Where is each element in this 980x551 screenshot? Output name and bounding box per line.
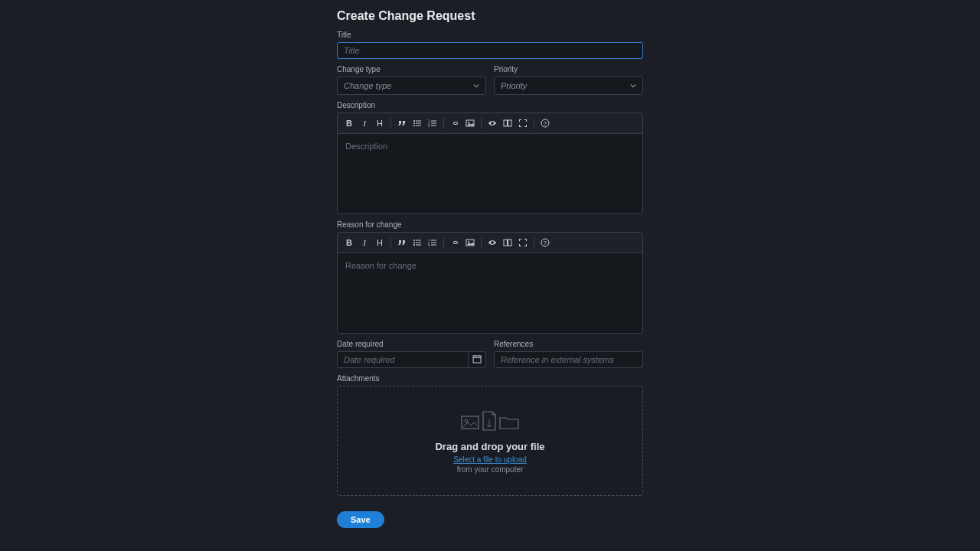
svg-rect-5 (416, 126, 421, 126)
dropzone-icons (460, 409, 520, 433)
svg-rect-29 (431, 245, 436, 246)
title-field: Title (337, 31, 643, 59)
separator (390, 237, 391, 248)
separator (534, 237, 534, 248)
svg-rect-25 (431, 240, 436, 241)
calendar-button[interactable] (468, 351, 486, 368)
title-input[interactable] (337, 42, 643, 59)
reason-toolbar: B I H 123 ? (338, 233, 642, 253)
unordered-list-button[interactable] (410, 116, 424, 130)
change-type-select[interactable]: Change type (337, 77, 486, 95)
help-button[interactable]: ? (538, 116, 552, 130)
italic-button[interactable]: I (358, 116, 371, 130)
priority-placeholder: Priority (501, 81, 527, 90)
fullscreen-button[interactable] (516, 116, 530, 130)
svg-rect-3 (416, 123, 421, 124)
change-type-field: Change type Change type (337, 65, 486, 95)
references-label: References (494, 340, 643, 348)
title-label: Title (337, 31, 643, 39)
priority-field: Priority Priority (494, 65, 643, 95)
svg-rect-11 (431, 126, 436, 126)
description-field: Description B I H 123 ? Description (337, 101, 643, 214)
description-editor: B I H 123 ? Description (337, 112, 643, 214)
dropzone-subtext: from your computer (457, 465, 524, 474)
svg-point-18 (413, 240, 415, 241)
chevron-down-icon (473, 83, 479, 89)
separator (443, 237, 444, 248)
svg-rect-9 (431, 123, 436, 124)
svg-rect-27 (431, 243, 436, 243)
reason-editor: B I H 123 ? Reason for change (337, 232, 643, 334)
ordered-list-button[interactable]: 123 (426, 236, 439, 249)
svg-rect-7 (431, 121, 436, 122)
svg-point-13 (468, 122, 469, 123)
references-input[interactable] (494, 351, 643, 368)
image-button[interactable] (463, 116, 477, 130)
bold-button[interactable]: B (342, 116, 356, 130)
svg-point-22 (413, 244, 415, 246)
heading-button[interactable]: H (373, 236, 387, 249)
bold-button[interactable]: B (342, 236, 356, 249)
priority-label: Priority (494, 65, 643, 73)
side-by-side-button[interactable] (501, 116, 514, 130)
svg-rect-23 (416, 245, 421, 246)
svg-rect-19 (416, 240, 421, 241)
image-button[interactable] (463, 236, 477, 249)
svg-point-2 (413, 122, 415, 124)
svg-point-41 (465, 419, 468, 422)
link-button[interactable] (448, 116, 462, 130)
separator (443, 118, 444, 129)
heading-button[interactable]: H (373, 116, 387, 130)
svg-point-0 (413, 120, 415, 122)
date-required-field: Date required (337, 340, 486, 368)
svg-rect-1 (416, 121, 421, 122)
svg-rect-15 (508, 120, 512, 126)
side-by-side-button[interactable] (501, 236, 514, 249)
svg-rect-36 (473, 356, 481, 363)
help-button[interactable]: ? (538, 236, 552, 249)
quote-button[interactable] (395, 116, 409, 130)
svg-point-31 (468, 241, 469, 243)
attachments-label: Attachments (337, 374, 643, 383)
priority-select[interactable]: Priority (494, 77, 643, 95)
description-textarea[interactable]: Description (338, 134, 642, 214)
svg-rect-14 (504, 120, 508, 126)
svg-rect-32 (504, 240, 508, 246)
separator (481, 118, 482, 129)
svg-text:?: ? (544, 240, 547, 246)
svg-rect-33 (508, 240, 512, 246)
save-button[interactable]: Save (337, 511, 384, 528)
reason-field: Reason for change B I H 123 ? Reason (337, 220, 643, 334)
unordered-list-button[interactable] (410, 236, 424, 249)
reason-textarea[interactable]: Reason for change (338, 253, 642, 333)
create-change-request-form: Create Change Request Title Change type … (337, 0, 643, 528)
description-toolbar: B I H 123 ? (338, 113, 642, 134)
svg-point-4 (413, 125, 415, 126)
date-required-input[interactable] (337, 351, 468, 368)
svg-text:3: 3 (428, 124, 430, 128)
svg-rect-21 (416, 243, 421, 243)
reason-label: Reason for change (337, 220, 643, 229)
quote-button[interactable] (395, 236, 409, 249)
link-button[interactable] (448, 236, 462, 249)
preview-button[interactable] (485, 236, 499, 249)
date-required-label: Date required (337, 340, 486, 348)
calendar-icon (472, 353, 482, 367)
preview-button[interactable] (485, 116, 499, 130)
change-type-label: Change type (337, 65, 486, 73)
separator (390, 118, 391, 129)
chevron-down-icon (630, 83, 636, 89)
svg-point-20 (413, 242, 415, 243)
attachments-field: Attachments Drag and drop your file Sele… (337, 374, 643, 496)
change-type-placeholder: Change type (344, 81, 391, 90)
dropzone-title: Drag and drop your file (435, 441, 544, 452)
references-field: References (494, 340, 643, 368)
separator (481, 237, 482, 248)
select-file-link[interactable]: Select a file to upload (453, 455, 527, 464)
attachments-dropzone[interactable]: Drag and drop your file Select a file to… (337, 386, 643, 496)
fullscreen-button[interactable] (516, 236, 530, 249)
ordered-list-button[interactable]: 123 (426, 116, 439, 130)
page-title: Create Change Request (337, 9, 643, 23)
italic-button[interactable]: I (358, 236, 371, 249)
description-label: Description (337, 101, 643, 109)
